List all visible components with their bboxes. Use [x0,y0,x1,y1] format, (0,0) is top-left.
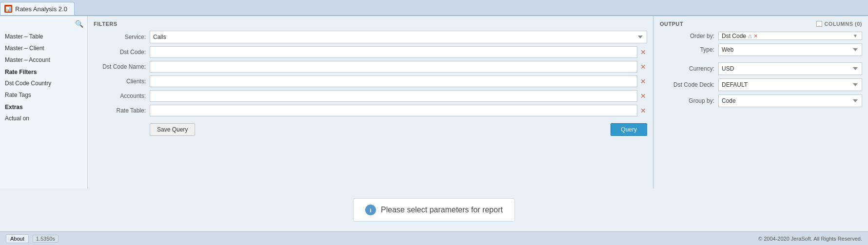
rate-table-label: Rate Table: [94,107,150,114]
sidebar-search-area: 🔍 [0,19,87,31]
group-by-select[interactable]: Code Name [718,94,862,107]
dst-code-input-wrap: ✕ [150,46,647,58]
dst-code-deck-select[interactable]: DEFAULT [718,78,862,91]
group-by-row: Group by: Code Name [660,94,862,107]
app-icon: 📊 [4,5,12,13]
footer-left: About 1.5350s [6,234,59,243]
filters-panel: FILTERS Service: Calls SMS Data Dst Code… [88,16,653,188]
group-by-select-wrap: Code Name [718,94,862,107]
order-by-tag: Dst Code △ × [719,32,761,39]
sidebar-item-master-client[interactable]: Master – Client [0,42,87,54]
order-by-dropdown-icon[interactable]: ▼ [853,33,860,38]
filters-title: FILTERS [94,21,647,27]
columns-button[interactable]: COLUMNS (0) [816,21,862,27]
currency-row: Currency: USD EUR GBP [660,62,862,75]
tab-label: Rates Analysis 2.0 [15,5,67,13]
sidebar-item-master-account[interactable]: Master – Account [0,54,87,66]
type-row: Type: Web CSV XLS [660,43,862,56]
dst-code-name-label: Dst Code Name: [94,63,150,70]
output-title: OUTPUT [660,21,683,27]
clients-clear-icon[interactable]: ✕ [639,77,647,85]
output-header: OUTPUT COLUMNS (0) [660,21,862,27]
sidebar-section-extras: Extras [0,101,87,113]
tab-bar: 📊 Rates Analysis 2.0 [0,0,868,16]
dst-code-deck-label: Dst Code Deck: [660,81,718,88]
output-panel: OUTPUT COLUMNS (0) Order by: Dst Code △ … [653,16,868,188]
accounts-label: Accounts: [94,93,150,99]
order-by-row: Order by: Dst Code △ × ▼ [660,32,862,40]
group-by-label: Group by: [660,97,718,104]
accounts-input-wrap: ✕ [150,90,647,102]
currency-select-wrap: USD EUR GBP [718,62,862,75]
order-by-tag-text: Dst Code [722,33,746,39]
search-icon[interactable]: 🔍 [75,20,83,28]
sidebar-item-dst-code-country[interactable]: Dst Code Country [0,77,87,89]
sidebar-item-actual-on[interactable]: Actual on [0,113,87,124]
main-tab[interactable]: 📊 Rates Analysis 2.0 [0,2,75,15]
service-input-wrap: Calls SMS Data [150,31,647,43]
service-row: Service: Calls SMS Data [94,31,647,43]
copyright-text: © 2004-2020 JeraSoft. All Rights Reserve… [758,236,862,242]
rate-table-input-wrap: ✕ [150,105,647,116]
main-content: 🔍 Master – Table Master – Client Master … [0,16,868,188]
message-box: i Please select parameters for report [353,198,515,222]
clients-input[interactable] [150,75,637,87]
accounts-row: Accounts: ✕ [94,90,647,102]
footer: About 1.5350s © 2004-2020 JeraSoft. All … [0,231,868,245]
order-by-label: Order by: [660,33,718,39]
type-label: Type: [660,46,718,53]
dst-code-name-input[interactable] [150,61,637,73]
order-by-sort-icon: △ [748,33,752,38]
service-select[interactable]: Calls SMS Data [150,31,647,43]
dst-code-deck-select-wrap: DEFAULT [718,78,862,91]
clients-row: Clients: ✕ [94,75,647,87]
about-button[interactable]: About [6,234,29,243]
currency-select[interactable]: USD EUR GBP [718,62,862,75]
rate-table-clear-icon[interactable]: ✕ [639,107,647,114]
sidebar: 🔍 Master – Table Master – Client Master … [0,16,88,188]
columns-label: COLUMNS (0) [824,21,862,27]
dst-code-clear-icon[interactable]: ✕ [639,48,647,56]
sidebar-item-master-table[interactable]: Master – Table [0,31,87,42]
type-select[interactable]: Web CSV XLS [718,43,862,56]
order-by-remove-icon[interactable]: × [754,32,758,39]
dst-code-row: Dst Code: ✕ [94,46,647,58]
rate-table-row: Rate Table: ✕ [94,105,647,116]
version-tag: 1.5350s [33,235,59,243]
dst-code-deck-row: Dst Code Deck: DEFAULT [660,78,862,91]
info-icon: i [365,205,376,215]
dst-code-input[interactable] [150,46,637,58]
save-query-button[interactable]: Save Query [150,123,195,136]
dst-code-name-row: Dst Code Name: ✕ [94,61,647,73]
message-area: i Please select parameters for report [0,188,868,231]
currency-label: Currency: [660,65,718,72]
clients-label: Clients: [94,78,150,85]
service-label: Service: [94,34,150,40]
order-by-select-wrap: Dst Code △ × ▼ [718,32,862,40]
message-text: Please select parameters for report [381,206,503,214]
clients-input-wrap: ✕ [150,75,647,87]
accounts-input[interactable] [150,90,637,102]
dst-code-name-clear-icon[interactable]: ✕ [639,63,647,71]
dst-code-name-input-wrap: ✕ [150,61,647,73]
accounts-clear-icon[interactable]: ✕ [639,92,647,100]
rate-table-input[interactable] [150,105,637,116]
sidebar-section-rate-filters: Rate Filters [0,66,87,77]
sidebar-item-rate-tags[interactable]: Rate Tags [0,89,87,101]
type-select-wrap: Web CSV XLS [718,43,862,56]
action-row: Save Query Query [94,123,647,136]
columns-checkbox-icon [816,21,822,27]
dst-code-label: Dst Code: [94,49,150,56]
query-button[interactable]: Query [611,123,647,136]
